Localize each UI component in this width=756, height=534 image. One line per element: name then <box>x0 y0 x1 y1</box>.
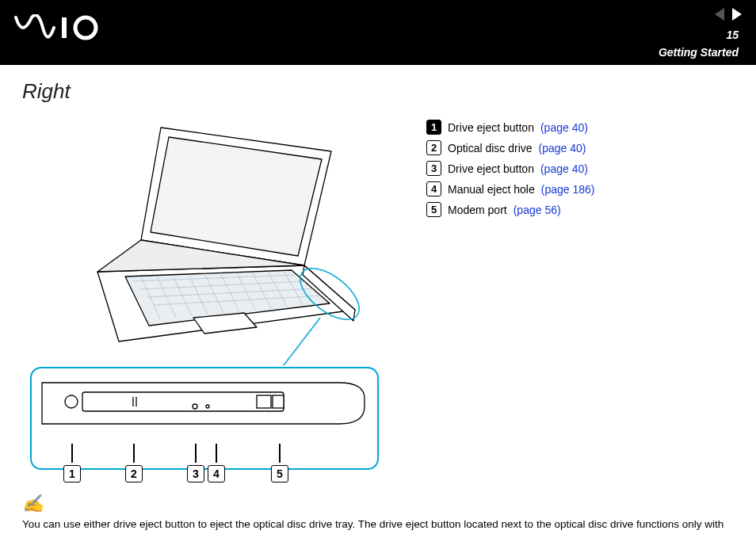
page-content: Right <box>0 65 756 534</box>
svg-line-24 <box>284 318 320 365</box>
svg-point-29 <box>193 404 197 409</box>
svg-point-1 <box>75 17 96 38</box>
page-ref-link[interactable]: (page 56) <box>514 204 561 216</box>
legend-item: 3 Drive eject button (page 40) <box>426 161 734 176</box>
legend-number-1: 1 <box>426 120 441 135</box>
figure-column: 1 2 3 4 5 <box>22 113 403 470</box>
svg-rect-31 <box>257 395 271 408</box>
legend-item: 1 Drive eject button (page 40) <box>426 120 734 135</box>
legend-item: 2 Optical disc drive (page 40) <box>426 140 734 155</box>
vaio-logo <box>14 14 101 44</box>
page-title: Right <box>22 79 734 104</box>
legend-number-3: 3 <box>426 161 441 176</box>
legend-item: 4 Manual eject hole (page 186) <box>426 181 734 196</box>
svg-rect-25 <box>82 392 284 411</box>
legend-number-5: 5 <box>426 202 441 217</box>
note-text: You can use either drive eject button to… <box>22 517 734 534</box>
footnote: ✍ You can use either drive eject button … <box>22 492 734 534</box>
callout-5: 5 <box>271 465 288 483</box>
legend-label: Manual eject hole <box>448 183 535 196</box>
legend-label: Drive eject button <box>448 162 534 175</box>
legend-number-4: 4 <box>426 181 441 196</box>
page-header: 15 Getting Started <box>0 0 756 65</box>
legend-label: Drive eject button <box>448 121 534 134</box>
page-nav <box>715 8 742 21</box>
note-icon: ✍ <box>22 492 734 516</box>
legend-column: 1 Drive eject button (page 40) 2 Optical… <box>426 113 734 470</box>
legend-number-2: 2 <box>426 140 441 155</box>
legend-label: Modem port <box>448 204 507 216</box>
callout-3: 3 <box>187 465 204 483</box>
page-number: 15 <box>726 29 739 41</box>
svg-rect-32 <box>273 395 284 408</box>
svg-point-26 <box>65 395 78 408</box>
laptop-illustration <box>22 113 387 351</box>
page-ref-link[interactable]: (page 40) <box>539 142 586 154</box>
next-page-icon[interactable] <box>732 8 742 21</box>
legend-label: Optical disc drive <box>448 142 533 154</box>
svg-rect-0 <box>62 17 67 38</box>
svg-point-30 <box>206 405 209 408</box>
page-ref-link[interactable]: (page 40) <box>540 162 588 175</box>
prev-page-icon[interactable] <box>715 8 724 21</box>
page-ref-link[interactable]: (page 186) <box>541 183 595 196</box>
callout-2: 2 <box>125 465 143 483</box>
callout-1: 1 <box>63 465 81 483</box>
section-title: Getting Started <box>659 46 739 59</box>
legend-item: 5 Modem port (page 56) <box>426 202 734 217</box>
side-panel-illustration: 1 2 3 4 5 <box>30 367 379 470</box>
page-ref-link[interactable]: (page 40) <box>540 121 588 134</box>
callout-4: 4 <box>208 465 225 483</box>
